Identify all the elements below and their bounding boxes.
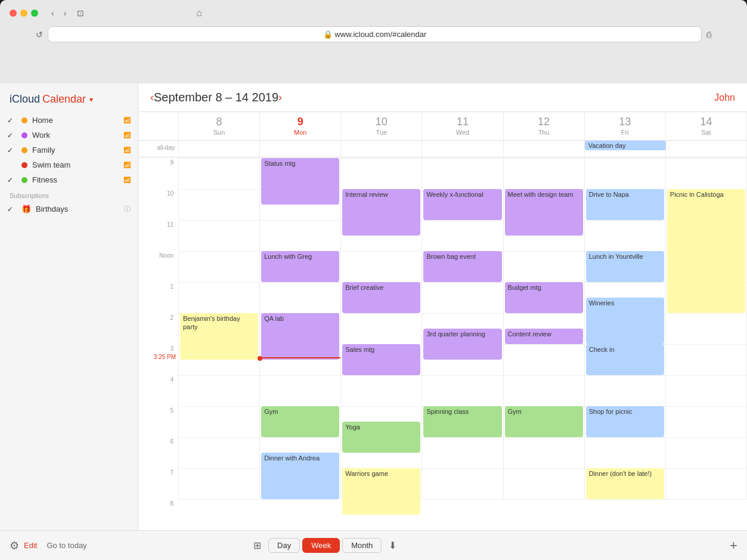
cal-name-family: Family xyxy=(32,146,123,154)
sidebar-toggle-button[interactable]: ⊡ xyxy=(77,8,84,18)
calendar-event[interactable]: Gym xyxy=(505,406,583,437)
month-view-button[interactable]: Month xyxy=(342,538,382,553)
day-col-0[interactable]: Benjamin's birthday party xyxy=(179,157,260,500)
subscriptions-label: Subscriptions xyxy=(0,187,138,202)
day-name-6: Sat xyxy=(701,129,711,136)
allday-cell-0 xyxy=(179,141,260,157)
calendar-event[interactable]: Brown bag event xyxy=(423,251,501,282)
calendar-event[interactable]: Gym xyxy=(261,406,339,437)
day-col-1[interactable]: Status mtgLunch with GregQA labGymDinner… xyxy=(260,157,341,500)
cal-dot-home xyxy=(21,117,27,123)
cal-dot-work xyxy=(21,132,27,138)
calendar-view-icon[interactable]: ⊞ xyxy=(253,540,261,551)
hour-line xyxy=(504,437,584,438)
view-switcher: ⊞ Day Week Month ⬇ xyxy=(253,538,396,553)
home-button[interactable]: ⌂ xyxy=(196,8,202,18)
day-view-button[interactable]: Day xyxy=(268,538,300,553)
day-col-2[interactable]: Internal reviewBrief creativeSales mtgYo… xyxy=(341,157,422,500)
calendar-event[interactable]: Lunch in Yountville xyxy=(586,251,664,282)
day-num-6: 14 xyxy=(668,116,744,128)
next-week-button[interactable]: › xyxy=(278,91,282,104)
time-label: Noon xyxy=(138,251,178,282)
day-name-5: Fri xyxy=(621,129,629,136)
calendar-event[interactable]: Spinning class xyxy=(423,406,501,437)
hour-line xyxy=(422,220,503,221)
edit-button[interactable]: Edit xyxy=(24,541,37,550)
current-time-dot xyxy=(258,356,262,361)
sidebar-item-family[interactable]: ✓ Family 📶 xyxy=(0,143,138,157)
calendar-event[interactable]: Content review xyxy=(505,329,583,344)
calendar-event[interactable]: Yoga xyxy=(342,422,420,453)
hour-line xyxy=(666,406,746,407)
cal-info-birthdays[interactable]: ⓘ xyxy=(124,205,131,214)
cal-wifi-home: 📶 xyxy=(123,117,131,123)
day-name-2: Tue xyxy=(376,129,388,136)
calendar-event[interactable]: 3rd quarter planning xyxy=(423,329,501,360)
calendar-event[interactable]: Wineries xyxy=(586,298,664,344)
hour-line xyxy=(260,437,340,438)
maximize-button[interactable] xyxy=(31,10,38,17)
address-bar[interactable]: 🔒 www.icloud.com/#calendar xyxy=(48,26,702,42)
calendar-event[interactable]: Drive to Napa xyxy=(586,189,664,220)
minimize-button[interactable] xyxy=(20,10,27,17)
day-num-0: 8 xyxy=(181,116,257,128)
sidebar-item-swim-team[interactable]: Swim team 📶 xyxy=(0,157,138,172)
share-button[interactable]: ⎙ xyxy=(706,30,711,39)
calendar-event[interactable]: Budget mtg xyxy=(505,282,583,313)
day-col-6[interactable]: Picnic in Calistoga xyxy=(666,157,747,500)
time-label: 4 xyxy=(138,375,178,406)
cal-wifi-swim-team: 📶 xyxy=(123,162,131,168)
allday-cell-3 xyxy=(422,141,503,157)
day-header-thu: 12Thu xyxy=(504,112,585,140)
day-num-3: 11 xyxy=(424,116,500,128)
add-event-button[interactable]: + xyxy=(730,538,737,553)
hour-line xyxy=(179,468,259,469)
day-col-5[interactable]: Drive to NapaLunch in YountvilleWineries… xyxy=(585,157,666,500)
day-header-wed: 11Wed xyxy=(422,112,503,140)
calendar-event[interactable]: Benjamin's birthday party xyxy=(180,313,258,360)
forward-button[interactable]: › xyxy=(60,7,70,19)
day-col-3[interactable]: Weekly x-functionalBrown bag event3rd qu… xyxy=(422,157,503,500)
calendar-dropdown-arrow[interactable]: ▾ xyxy=(89,95,93,104)
calendar-event[interactable]: Brief creative xyxy=(342,282,420,313)
calendar-event[interactable]: Check in xyxy=(586,344,664,375)
sidebar-item-fitness[interactable]: ✓ Fitness 📶 xyxy=(0,172,138,187)
sidebar-item-work[interactable]: ✓ Work 📶 xyxy=(0,128,138,143)
cal-icon-birthdays: 🎁 xyxy=(21,205,31,214)
calendar-event[interactable]: Picnic in Calistoga xyxy=(667,189,745,313)
cal-dot-family xyxy=(21,147,27,153)
calendar-event[interactable]: Lunch with Greg xyxy=(261,251,339,282)
calendar-event[interactable]: Sales mtg xyxy=(342,344,420,375)
settings-button[interactable]: ⚙ xyxy=(10,539,19,552)
calendar-event[interactable]: Weekly x-functional xyxy=(423,189,501,220)
current-time-label: 3:25 PM xyxy=(154,354,176,360)
calendar-event[interactable]: Internal review xyxy=(342,189,420,236)
calendar-event[interactable]: Shop for picnic xyxy=(586,406,664,437)
download-button[interactable]: ⬇ xyxy=(389,540,396,551)
hour-line xyxy=(179,282,259,283)
calendar-event[interactable]: Meet with design team xyxy=(505,189,583,236)
back-button[interactable]: ‹ xyxy=(48,7,58,19)
day-col-4[interactable]: Meet with design teamBudget mtgContent r… xyxy=(504,157,585,500)
hour-line xyxy=(179,189,259,190)
close-button[interactable] xyxy=(10,10,17,17)
calendar-event[interactable]: Dinner with Andrea xyxy=(261,453,339,499)
week-view-button[interactable]: Week xyxy=(302,538,340,553)
sidebar-item-home[interactable]: ✓ Home 📶 xyxy=(0,113,138,128)
goto-today-button[interactable]: Go to today xyxy=(47,541,86,550)
calendar-event[interactable]: Status mtg xyxy=(261,158,339,205)
sidebar-item-birthdays[interactable]: ✓ 🎁 Birthdays ⓘ xyxy=(0,202,138,216)
bottom-bar: ⚙ Edit Go to today ⊞ Day Week Month ⬇ + xyxy=(0,530,747,560)
calendar-main: ‹ September 8 – 14 2019 › John 8Sun9Mon1… xyxy=(138,83,747,530)
cal-dot-fitness xyxy=(21,177,27,183)
cal-wifi-fitness: 📶 xyxy=(123,177,131,183)
calendar-event[interactable]: Warriors game xyxy=(342,468,420,515)
hour-line xyxy=(341,158,421,159)
calendar-event[interactable]: Dinner (don't be late!) xyxy=(586,468,664,499)
calendar-event[interactable]: QA lab xyxy=(261,313,339,360)
day-num-5: 13 xyxy=(587,116,663,128)
allday-event[interactable]: Vacation day xyxy=(585,141,666,150)
reload-button[interactable]: ↺ xyxy=(36,30,43,39)
sidebar-header: iCloud Calendar ▾ xyxy=(0,88,138,113)
week-grid: 8Sun9Mon10Tue11Wed12Thu13Fri14Sat all-da… xyxy=(138,112,747,530)
